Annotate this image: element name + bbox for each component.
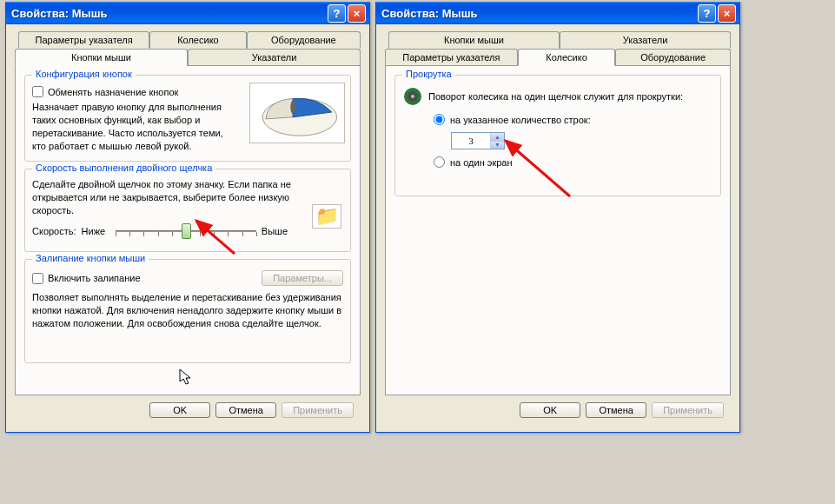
tab-pointers[interactable]: Указатели <box>560 31 731 49</box>
titlebar[interactable]: Свойства: Мышь ? × <box>6 2 369 24</box>
tab-pointer-options[interactable]: Параметры указателя <box>385 49 518 66</box>
dialog-button-row: OK Отмена Применить <box>15 395 361 425</box>
tab-pointer-options[interactable]: Параметры указателя <box>18 31 149 49</box>
swap-buttons-desc: Назначает правую кнопку для выполнения т… <box>32 101 239 152</box>
tab-hardware[interactable]: Оборудование <box>247 31 361 49</box>
radio-lines[interactable] <box>434 114 445 125</box>
apply-button: Применить <box>652 402 724 418</box>
radio-screen-label: на один экран <box>450 157 513 168</box>
clicklock-params-button: Параметры... <box>262 270 343 286</box>
slider-thumb[interactable] <box>182 223 191 239</box>
help-button[interactable]: ? <box>328 4 346 23</box>
svg-point-5 <box>411 95 414 98</box>
clicklock-label: Включить залипание <box>48 273 141 283</box>
group-clicklock: Залипание кнопки мыши Включить залипание… <box>24 259 351 363</box>
mouse-properties-window-buttons: Свойства: Мышь ? × Параметры указателя К… <box>5 2 370 433</box>
tab-content-wheel: Прокрутка Поворот колесика на один щелчо… <box>385 65 731 395</box>
mouse-properties-window-wheel: Свойства: Мышь ? × Кнопки мыши Указатели… <box>375 2 740 433</box>
tab-buttons[interactable]: Кнопки мыши <box>388 31 560 49</box>
lines-spinner-input[interactable] <box>452 133 490 149</box>
titlebar[interactable]: Свойства: Мышь ? × <box>376 2 739 24</box>
cursor-icon <box>179 368 193 390</box>
group-doubleclick-speed: Скорость выполнения двойного щелчка Сдел… <box>24 169 351 252</box>
tab-hardware[interactable]: Оборудование <box>615 49 731 66</box>
close-button[interactable]: × <box>718 4 736 23</box>
ok-button[interactable]: OK <box>149 402 210 418</box>
swap-buttons-checkbox[interactable] <box>32 86 43 97</box>
swap-buttons-label: Обменять назначение кнопок <box>48 87 178 97</box>
speed-label: Скорость: <box>32 226 76 236</box>
wheel-icon <box>402 86 423 107</box>
folder-icon[interactable]: 📁 <box>312 204 341 229</box>
radio-lines-label: на указанное количество строк: <box>450 115 591 125</box>
ok-button[interactable]: OK <box>520 402 580 418</box>
tab-wheel[interactable]: Колесико <box>518 49 616 66</box>
cancel-button[interactable]: Отмена <box>215 402 276 418</box>
tab-pointers[interactable]: Указатели <box>188 49 361 66</box>
tab-content-buttons: Конфигурация кнопок Обменять назначение … <box>15 65 361 395</box>
tab-wheel[interactable]: Колесико <box>149 31 246 49</box>
apply-button: Применить <box>282 402 354 418</box>
cancel-button[interactable]: Отмена <box>586 402 646 418</box>
speed-desc: Сделайте двойной щелчок по этому значку.… <box>32 178 293 217</box>
speed-high-label: Выше <box>262 226 288 236</box>
group-clicklock-title: Залипание кнопки мыши <box>32 253 149 263</box>
mouse-icon <box>249 83 345 143</box>
radio-screen[interactable] <box>434 156 445 168</box>
svg-point-1 <box>290 100 295 114</box>
tab-buttons[interactable]: Кнопки мыши <box>15 49 188 66</box>
window-title: Свойства: Мышь <box>11 7 326 20</box>
group-button-config: Конфигурация кнопок Обменять назначение … <box>24 75 351 162</box>
group-scroll: Прокрутка Поворот колесика на один щелчо… <box>394 75 721 196</box>
spinner-up[interactable]: ▲ <box>491 133 504 142</box>
scroll-desc: Поворот колесика на один щелчок служит д… <box>428 90 683 103</box>
clicklock-checkbox[interactable] <box>32 273 43 284</box>
group-button-config-title: Конфигурация кнопок <box>32 69 136 79</box>
close-button[interactable]: × <box>348 4 366 23</box>
group-scroll-title: Прокрутка <box>402 69 455 79</box>
dialog-button-row: OK Отмена Применить <box>385 395 731 425</box>
speed-slider[interactable] <box>116 222 256 240</box>
lines-spinner[interactable]: ▲ ▼ <box>451 132 505 149</box>
clicklock-desc: Позволяет выполнять выделение и перетаск… <box>32 291 343 330</box>
spinner-down[interactable]: ▼ <box>491 142 504 149</box>
window-title: Свойства: Мышь <box>381 7 696 20</box>
help-button[interactable]: ? <box>698 4 716 23</box>
speed-low-label: Ниже <box>82 226 106 236</box>
group-speed-title: Скорость выполнения двойного щелчка <box>32 162 215 173</box>
